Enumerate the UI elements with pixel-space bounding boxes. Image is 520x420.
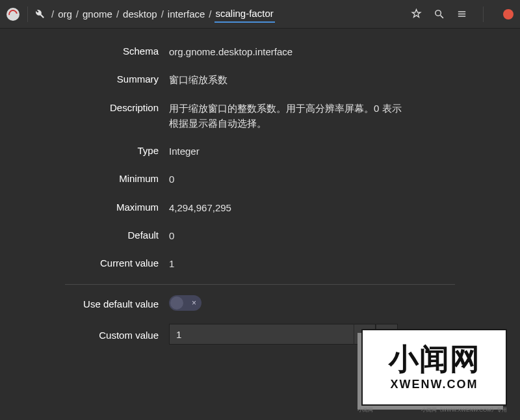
- value-maximum: 4,294,967,295: [169, 200, 410, 215]
- svg-rect-2: [458, 11, 465, 12]
- row-minimum: Minimum 0: [26, 165, 494, 193]
- row-maximum: Maximum 4,294,967,295: [26, 194, 494, 222]
- switch-knob: [170, 296, 183, 309]
- value-default: 0: [169, 228, 410, 243]
- label-description: Description: [26, 101, 169, 113]
- separator: [27, 7, 28, 22]
- watermark-foot-left: 小闻网: [358, 406, 373, 413]
- divider: [65, 284, 455, 285]
- header-actions: [411, 7, 514, 22]
- svg-rect-3: [458, 14, 465, 14]
- row-default: Default 0: [26, 222, 494, 250]
- row-use-default: Use default value ×: [26, 289, 494, 317]
- crumb-sep: /: [76, 8, 79, 20]
- svg-point-0: [436, 10, 441, 16]
- crumb-sep: /: [209, 8, 211, 20]
- svg-line-1: [441, 16, 443, 18]
- row-summary: Summary 窗口缩放系数: [26, 66, 494, 94]
- bookmark-button[interactable]: [411, 8, 422, 20]
- label-custom-value: Custom value: [26, 328, 169, 341]
- label-default: Default: [26, 228, 169, 241]
- crumb-sep: /: [51, 8, 54, 20]
- key-details: Schema org.gnome.desktop.interface Summa…: [0, 29, 520, 351]
- label-use-default: Use default value: [26, 297, 169, 309]
- row-description: Description 用于缩放窗口的整数系数。用于高分辨率屏幕。0 表示根据显…: [26, 94, 494, 138]
- label-minimum: Minimum: [26, 172, 169, 184]
- crumb-interface[interactable]: interface: [166, 6, 207, 22]
- svg-rect-4: [458, 16, 465, 16]
- breadcrumbs: / org / gnome / desktop / interface / sc…: [49, 5, 406, 23]
- dconf-editor-icon[interactable]: [33, 8, 45, 20]
- label-type: Type: [26, 144, 169, 156]
- label-maximum: Maximum: [26, 200, 169, 213]
- label-schema: Schema: [26, 44, 169, 57]
- crumb-org[interactable]: org: [57, 6, 73, 22]
- watermark-text-small: XWENW.COM: [391, 378, 478, 391]
- crumb-gnome[interactable]: gnome: [81, 6, 114, 22]
- crumb-desktop[interactable]: desktop: [122, 6, 159, 22]
- watermark-footer: 小闻网 小闻网《WWW.XWENW.COM》专用: [358, 406, 507, 413]
- value-type: Integer: [169, 144, 410, 159]
- custom-value-input[interactable]: [169, 324, 354, 345]
- row-type: Type Integer: [26, 137, 494, 165]
- headerbar: / org / gnome / desktop / interface / sc…: [0, 0, 520, 29]
- menu-button[interactable]: [456, 8, 467, 20]
- row-schema: Schema org.gnome.desktop.interface: [26, 38, 494, 66]
- value-use-default: ×: [169, 295, 410, 311]
- switch-off-icon: ×: [192, 299, 196, 307]
- crumb-sep: /: [116, 8, 119, 20]
- search-button[interactable]: [434, 8, 445, 20]
- watermark-foot-right: 小闻网《WWW.XWENW.COM》专用: [421, 406, 507, 413]
- row-current-value: Current value 1: [26, 250, 494, 278]
- value-minimum: 0: [169, 172, 410, 187]
- watermark-text-big: 小闻网: [389, 344, 480, 374]
- separator: [483, 7, 484, 22]
- use-default-switch[interactable]: ×: [169, 295, 202, 311]
- crumb-scaling-factor[interactable]: scaling-factor: [214, 5, 275, 23]
- window-close-button[interactable]: [503, 9, 514, 20]
- label-current-value: Current value: [26, 256, 169, 269]
- value-schema: org.gnome.desktop.interface: [169, 44, 410, 59]
- crumb-sep: /: [161, 8, 164, 20]
- app-icon: [6, 8, 20, 21]
- value-summary: 窗口缩放系数: [169, 72, 410, 87]
- label-summary: Summary: [26, 72, 169, 85]
- watermark: 小闻网 XWENW.COM: [361, 329, 507, 406]
- value-current-value: 1: [169, 256, 410, 271]
- value-description: 用于缩放窗口的整数系数。用于高分辨率屏幕。0 表示根据显示器自动选择。: [169, 101, 410, 131]
